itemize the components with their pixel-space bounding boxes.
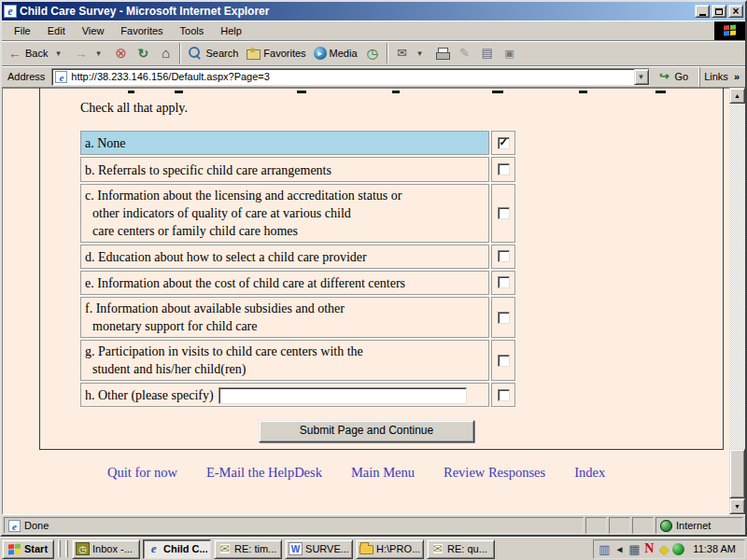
- links-chevron-icon[interactable]: »: [734, 71, 740, 82]
- option-checkbox[interactable]: [498, 163, 510, 175]
- menu-item[interactable]: Tools: [172, 22, 213, 39]
- task-button[interactable]: RE: tim...: [214, 539, 282, 559]
- volume-tray-icon[interactable]: [613, 542, 626, 555]
- task-button[interactable]: H:\PRO...: [356, 539, 424, 559]
- option-checkbox[interactable]: [498, 137, 510, 149]
- messenger-button[interactable]: [499, 42, 521, 64]
- footer-links: Quit for nowE-Mail the HelpDeskMain Menu…: [2, 465, 729, 481]
- option-checkbox[interactable]: [498, 276, 510, 288]
- option-checkbox-cell: [491, 297, 515, 338]
- menu-item[interactable]: Edit: [39, 22, 74, 39]
- links-toolbar[interactable]: Links »: [699, 67, 743, 87]
- option-checkbox[interactable]: [498, 389, 510, 401]
- option-checkbox[interactable]: [498, 250, 510, 262]
- page-viewport: Check all that apply. a. None: [2, 88, 745, 514]
- media-button[interactable]: Media: [310, 42, 361, 64]
- edit-button[interactable]: [454, 42, 476, 64]
- mail-message-icon: [218, 542, 232, 555]
- back-dropdown-icon[interactable]: [50, 46, 65, 61]
- menu-item[interactable]: Favorites: [112, 22, 171, 39]
- stop-icon: [113, 46, 128, 61]
- menu-item[interactable]: View: [74, 22, 113, 39]
- favorites-label: Favorites: [263, 48, 305, 59]
- mail-dropdown-icon[interactable]: [413, 46, 428, 61]
- ie-logo-icon: e: [4, 5, 17, 18]
- scroll-down-button[interactable]: [729, 498, 745, 514]
- option-label: b. Referrals to specific child care arra…: [85, 161, 331, 179]
- taskbar-grip[interactable]: [65, 540, 68, 557]
- mail-button[interactable]: [391, 42, 431, 64]
- address-url[interactable]: http://38.233.146.156/Default.aspx?Page=…: [71, 71, 633, 82]
- shield-tray-icon[interactable]: [657, 542, 670, 555]
- task-button[interactable]: SURVE...: [285, 539, 353, 559]
- other-specify-input[interactable]: [218, 387, 467, 404]
- menu-item[interactable]: File: [6, 22, 39, 39]
- table-row: c. Information about the licensing and a…: [80, 184, 517, 243]
- stop-button[interactable]: [109, 42, 132, 64]
- option-checkbox[interactable]: [498, 355, 510, 367]
- back-button[interactable]: Back: [4, 42, 69, 64]
- media-icon: [314, 47, 327, 60]
- address-input[interactable]: e http://38.233.146.156/Default.aspx?Pag…: [51, 68, 649, 86]
- footer-link[interactable]: E-Mail the HelpDesk: [206, 465, 322, 481]
- footer-link[interactable]: Review Responses: [444, 465, 545, 481]
- home-button[interactable]: [154, 42, 176, 64]
- option-checkbox[interactable]: [498, 312, 510, 324]
- taskbar-grip[interactable]: [58, 540, 61, 557]
- close-button[interactable]: ×: [728, 5, 743, 18]
- scrollbar-thumb[interactable]: [729, 449, 745, 498]
- media-label: Media: [330, 48, 358, 59]
- task-label: Inbox -...: [92, 543, 133, 554]
- network-tray-icon[interactable]: [627, 542, 641, 555]
- task-label: RE: tim...: [234, 543, 276, 554]
- restore-button[interactable]: [712, 5, 726, 18]
- option-label-line: other indicators of quality of care at v…: [85, 204, 402, 222]
- display-tray-icon[interactable]: [598, 542, 611, 555]
- status-mini-pane: [585, 517, 607, 534]
- favorites-button[interactable]: Favorites: [242, 42, 309, 64]
- footer-link[interactable]: Quit for now: [107, 465, 177, 481]
- option-label-line: c. Information about the licensing and a…: [85, 187, 402, 204]
- footer-link[interactable]: Index: [574, 465, 605, 481]
- address-dropdown-button[interactable]: [634, 69, 649, 85]
- task-button[interactable]: Inbox -...: [72, 539, 140, 559]
- table-row: d. Education about how to select a child…: [80, 245, 517, 269]
- toolbar-separator: [387, 43, 388, 63]
- option-label-cell: a. None: [80, 131, 489, 155]
- table-row: a. None: [80, 131, 517, 155]
- option-label: g. Participation in visits to child care…: [85, 343, 363, 378]
- start-button[interactable]: Start: [2, 539, 54, 559]
- norton-tray-icon[interactable]: [642, 542, 655, 555]
- option-label-line: b. Referrals to specific child care arra…: [85, 161, 331, 179]
- messenger-icon: [502, 46, 517, 61]
- footer-link[interactable]: Main Menu: [351, 465, 415, 481]
- discuss-button[interactable]: [476, 42, 499, 64]
- refresh-button[interactable]: [132, 42, 154, 64]
- scroll-up-button[interactable]: [729, 88, 745, 104]
- status-zone-pane: Internet: [655, 517, 743, 534]
- forward-dropdown-icon[interactable]: [91, 46, 106, 61]
- minimize-button[interactable]: [695, 5, 710, 18]
- task-button[interactable]: Child C...: [143, 539, 211, 559]
- option-label-cell: e. Information about the cost of child c…: [80, 271, 489, 295]
- option-checkbox-cell: [491, 157, 515, 181]
- forward-button[interactable]: [69, 42, 109, 64]
- go-button[interactable]: Go: [650, 67, 697, 87]
- task-button[interactable]: RE: qu...: [427, 539, 495, 559]
- green-globe-tray-icon[interactable]: [672, 543, 684, 555]
- refresh-icon: [135, 46, 150, 61]
- option-checkbox[interactable]: [498, 207, 510, 219]
- submit-button[interactable]: Submit Page and Continue: [259, 420, 474, 442]
- history-icon: [365, 46, 380, 61]
- window-title: Child Care Survey - Microsoft Internet E…: [20, 5, 693, 18]
- system-tray: 11:38 AM: [593, 539, 745, 559]
- vertical-scrollbar[interactable]: [729, 88, 745, 514]
- option-label-line: f. Information about available subsidies…: [85, 300, 345, 317]
- option-label-cell: g. Participation in visits to child care…: [80, 340, 489, 381]
- search-button[interactable]: Search: [184, 42, 242, 64]
- menu-item[interactable]: Help: [212, 22, 250, 39]
- history-button[interactable]: [361, 42, 384, 64]
- survey-instruction: Check all that apply.: [80, 101, 188, 116]
- print-button[interactable]: [431, 42, 454, 64]
- minimize-icon: [699, 14, 706, 16]
